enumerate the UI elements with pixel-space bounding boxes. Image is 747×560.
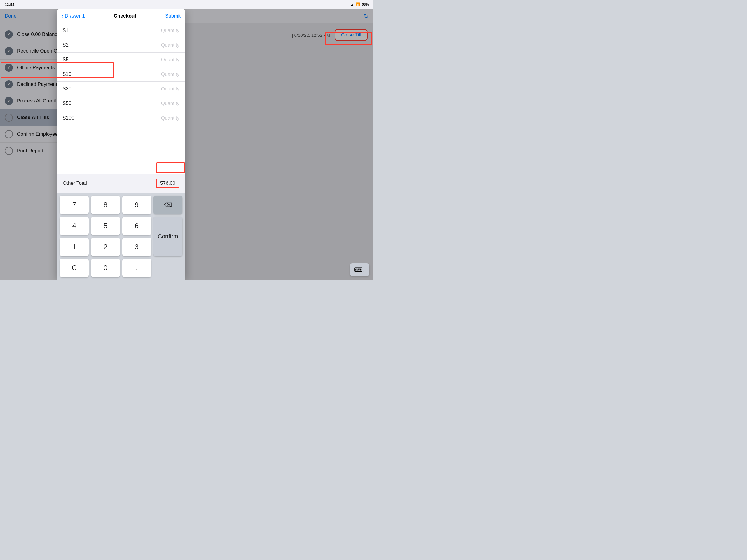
keyboard-hide-button[interactable]: ⌨︎↓: [350, 263, 369, 276]
numpad-key-8[interactable]: 8: [91, 196, 120, 214]
bills-list: $1 Quantity $2 Quantity $5 Quantity $10 …: [57, 23, 185, 174]
time-display: 12:54: [5, 2, 14, 7]
numpad-grid: 7 8 9 ⌫ 4 5 6 Confirm 1 2 3 C 0 .: [60, 196, 182, 277]
bill-denomination: $10: [63, 71, 72, 77]
bill-row-20[interactable]: $20 Quantity: [57, 82, 185, 96]
bill-row-1[interactable]: $1 Quantity: [57, 23, 185, 38]
drawer-label: Drawer 1: [65, 13, 85, 19]
bill-denomination: $20: [63, 86, 72, 92]
numpad-key-4[interactable]: 4: [60, 217, 89, 235]
other-total-section: Other Total 576.00: [57, 174, 185, 193]
bill-row-2[interactable]: $2 Quantity: [57, 38, 185, 53]
bill-quantity: Quantity: [161, 72, 179, 77]
bill-row-50[interactable]: $50 Quantity: [57, 96, 185, 111]
keyboard-icon: ⌨︎↓: [354, 266, 365, 273]
numpad-delete-key[interactable]: ⌫: [153, 196, 182, 214]
bill-row-100[interactable]: $100 Quantity: [57, 111, 185, 126]
numpad-key-3[interactable]: 3: [122, 237, 151, 256]
battery-label: 63%: [362, 2, 369, 6]
numpad-key-decimal[interactable]: .: [122, 258, 151, 277]
checkout-back-button[interactable]: ‹ Drawer 1: [61, 12, 85, 19]
numpad-key-6[interactable]: 6: [122, 217, 151, 235]
other-total-value[interactable]: 576.00: [156, 179, 179, 188]
bill-row-5[interactable]: $5 Quantity: [57, 53, 185, 67]
other-total-row: Other Total 576.00: [57, 174, 185, 193]
numpad-key-9[interactable]: 9: [122, 196, 151, 214]
numpad-key-1[interactable]: 1: [60, 237, 89, 256]
signal-icon: ▲: [351, 2, 354, 6]
checkout-nav: ‹ Drawer 1 Checkout Submit: [57, 9, 185, 23]
numpad-key-0[interactable]: 0: [91, 258, 120, 277]
bill-quantity: Quantity: [161, 86, 179, 92]
modal-overlay: [0, 9, 374, 280]
bill-quantity: Quantity: [161, 115, 179, 121]
bill-denomination: $2: [63, 42, 69, 48]
status-bar-right: ▲ 📶 63%: [351, 2, 369, 6]
submit-button[interactable]: Submit: [165, 13, 181, 19]
bill-denomination: $1: [63, 27, 69, 33]
numpad-key-clear[interactable]: C: [60, 258, 89, 277]
numpad-key-2[interactable]: 2: [91, 237, 120, 256]
bill-denomination: $5: [63, 57, 69, 63]
back-arrow-icon: ‹: [61, 12, 63, 19]
numpad: 7 8 9 ⌫ 4 5 6 Confirm 1 2 3 C 0 .: [57, 193, 185, 280]
bill-denomination: $50: [63, 100, 72, 106]
bill-quantity: Quantity: [161, 57, 179, 63]
bill-quantity: Quantity: [161, 28, 179, 33]
status-bar: 12:54 ▲ 📶 63%: [0, 0, 374, 9]
bill-row-10[interactable]: $10 Quantity: [57, 67, 185, 82]
bill-denomination: $100: [63, 115, 74, 121]
checkout-title: Checkout: [114, 13, 136, 19]
numpad-key-7[interactable]: 7: [60, 196, 89, 214]
wifi-icon: 📶: [356, 2, 360, 6]
numpad-confirm-key[interactable]: Confirm: [153, 217, 182, 256]
numpad-key-5[interactable]: 5: [91, 217, 120, 235]
bill-quantity: Quantity: [161, 42, 179, 48]
bill-quantity: Quantity: [161, 101, 179, 106]
checkout-panel: ‹ Drawer 1 Checkout Submit $1 Quantity $…: [57, 9, 185, 280]
other-total-label: Other Total: [63, 180, 87, 186]
